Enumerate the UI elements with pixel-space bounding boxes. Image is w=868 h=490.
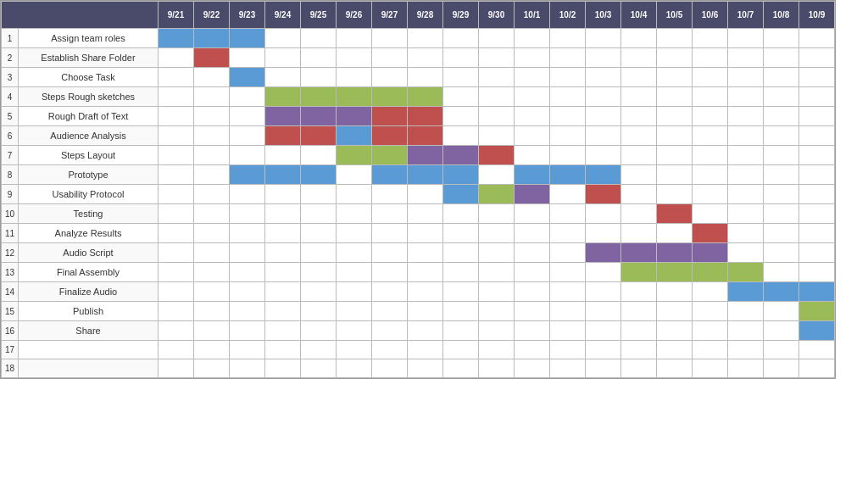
gantt-cell	[621, 29, 657, 48]
gantt-cell	[265, 48, 301, 68]
gantt-cell	[301, 321, 337, 341]
gantt-cell	[372, 321, 408, 341]
gantt-cell	[586, 263, 621, 282]
gantt-cell	[337, 243, 372, 263]
date-header-9-25: 9/25	[301, 2, 337, 29]
gantt-cell	[159, 321, 194, 341]
gantt-cell	[159, 185, 194, 204]
task-name: Testing	[19, 204, 159, 224]
gantt-cell	[550, 107, 586, 126]
row-number: 8	[2, 165, 19, 185]
gantt-cell	[621, 146, 657, 165]
task-name: Publish	[19, 302, 159, 321]
gantt-cell	[621, 243, 657, 263]
gantt-cell	[728, 243, 764, 263]
gantt-cell	[515, 107, 550, 126]
gantt-cell	[443, 146, 479, 165]
gantt-cell	[337, 146, 372, 165]
gantt-cell	[764, 87, 799, 107]
gantt-cell	[337, 185, 372, 204]
gantt-cell	[408, 263, 443, 282]
gantt-cell	[479, 302, 515, 321]
date-header-9-24: 9/24	[265, 2, 301, 29]
gantt-cell	[728, 48, 764, 68]
gantt-cell	[479, 126, 515, 146]
date-header-9-28: 9/28	[408, 2, 443, 29]
gantt-cell	[515, 29, 550, 48]
table-row: 16Share	[2, 321, 835, 341]
gantt-cell	[657, 282, 693, 302]
gantt-cell	[408, 302, 443, 321]
gantt-cell	[372, 341, 408, 359]
gantt-cell	[159, 68, 194, 87]
gantt-cell	[799, 87, 835, 107]
gantt-cell	[337, 48, 372, 68]
task-name: Rough Draft of Text	[19, 107, 159, 126]
gantt-cell	[621, 48, 657, 68]
gantt-cell	[479, 282, 515, 302]
task-name: Finalize Audio	[19, 282, 159, 302]
gantt-cell	[301, 68, 337, 87]
gantt-cell	[443, 341, 479, 359]
gantt-cell	[550, 341, 586, 359]
date-header-10-2: 10/2	[550, 2, 586, 29]
task-name: Steps Rough sketches	[19, 87, 159, 107]
gantt-cell	[372, 165, 408, 185]
date-header-10-3: 10/3	[586, 2, 621, 29]
task-name: Prototype	[19, 165, 159, 185]
gantt-cell	[515, 185, 550, 204]
gantt-cell	[337, 341, 372, 359]
gantt-cell	[408, 243, 443, 263]
gantt-cell	[230, 359, 265, 378]
gantt-cell	[586, 165, 621, 185]
gantt-chart: 9/219/229/239/249/259/269/279/289/299/30…	[0, 0, 836, 379]
gantt-cell	[799, 126, 835, 146]
task-name: Assign team roles	[19, 29, 159, 48]
gantt-cell	[230, 263, 265, 282]
gantt-cell	[230, 302, 265, 321]
gantt-cell	[586, 146, 621, 165]
gantt-cell	[799, 243, 835, 263]
gantt-cell	[443, 29, 479, 48]
gantt-cell	[301, 341, 337, 359]
gantt-cell	[764, 302, 799, 321]
gantt-cell	[693, 126, 728, 146]
gantt-cell	[159, 29, 194, 48]
gantt-cell	[693, 165, 728, 185]
gantt-cell	[301, 126, 337, 146]
gantt-cell	[159, 243, 194, 263]
gantt-cell	[301, 185, 337, 204]
date-header-9-29: 9/29	[443, 2, 479, 29]
gantt-cell	[693, 185, 728, 204]
gantt-cell	[728, 302, 764, 321]
gantt-cell	[764, 126, 799, 146]
date-header-10-7: 10/7	[728, 2, 764, 29]
gantt-cell	[693, 263, 728, 282]
table-row: 15Publish	[2, 302, 835, 321]
gantt-cell	[194, 107, 230, 126]
gantt-cell	[337, 224, 372, 243]
gantt-cell	[621, 321, 657, 341]
gantt-cell	[337, 321, 372, 341]
gantt-cell	[728, 107, 764, 126]
gantt-cell	[515, 87, 550, 107]
gantt-cell	[764, 68, 799, 87]
gantt-cell	[657, 302, 693, 321]
gantt-cell	[621, 68, 657, 87]
task-name: Audio Script	[19, 243, 159, 263]
gantt-cell	[443, 282, 479, 302]
gantt-cell	[621, 204, 657, 224]
date-header-10-4: 10/4	[621, 2, 657, 29]
gantt-cell	[194, 87, 230, 107]
table-row: 4Steps Rough sketches	[2, 87, 835, 107]
gantt-cell	[621, 224, 657, 243]
gantt-cell	[443, 359, 479, 378]
gantt-cell	[194, 341, 230, 359]
gantt-cell	[265, 359, 301, 378]
gantt-cell	[728, 224, 764, 243]
row-number: 4	[2, 87, 19, 107]
gantt-cell	[194, 29, 230, 48]
gantt-cell	[408, 359, 443, 378]
gantt-cell	[621, 107, 657, 126]
table-row: 8Prototype	[2, 165, 835, 185]
